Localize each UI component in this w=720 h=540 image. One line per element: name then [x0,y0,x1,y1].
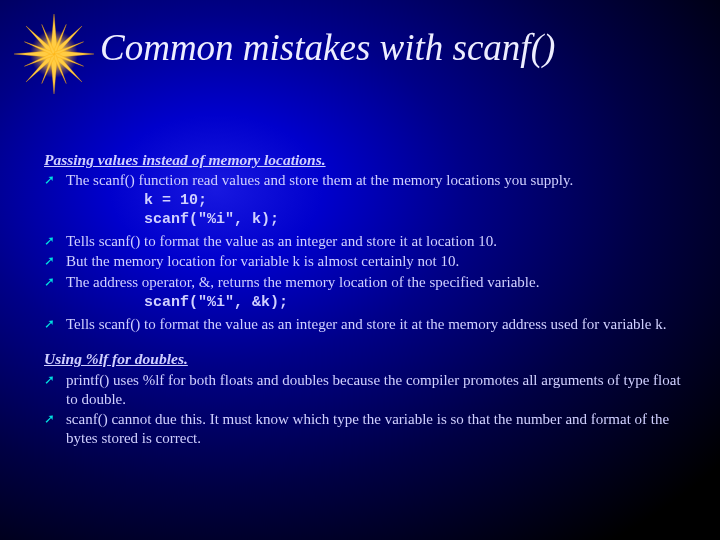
bullet-text: Tells scanf() to format the value as an … [66,232,690,251]
arrow-icon: ➚ [44,410,66,428]
code-block-2: scanf("%i", &k); [144,294,690,313]
arrow-icon: ➚ [44,232,66,250]
arrow-icon: ➚ [44,171,66,189]
section-heading-2: Using %lf for doubles. [44,349,690,368]
arrow-icon: ➚ [44,315,66,333]
bullet-item: ➚ The address operator, &, returns the m… [44,273,690,292]
bullet-item: ➚ Tells scanf() to format the value as a… [44,232,690,251]
bullet-item: ➚ Tells scanf() to format the value as a… [44,315,690,334]
arrow-icon: ➚ [44,273,66,291]
arrow-icon: ➚ [44,252,66,270]
bullet-text: The address operator, &, returns the mem… [66,273,690,292]
bullet-text: scanf() cannot due this. It must know wh… [66,410,690,448]
arrow-icon: ➚ [44,371,66,389]
bullet-item: ➚ printf() uses %lf for both floats and … [44,371,690,409]
section-heading-1: Passing values instead of memory locatio… [44,150,690,169]
slide-title: Common mistakes with scanf() [100,26,555,69]
bullet-text: But the memory location for variable k i… [66,252,690,271]
code-block-1: k = 10; scanf("%i", k); [144,192,690,230]
bullet-item: ➚ But the memory location for variable k… [44,252,690,271]
slide-body: Passing values instead of memory locatio… [44,150,690,450]
bullet-item: ➚ The scanf() function read values and s… [44,171,690,190]
bullet-text: The scanf() function read values and sto… [66,171,690,190]
bullet-item: ➚ scanf() cannot due this. It must know … [44,410,690,448]
bullet-text: printf() uses %lf for both floats and do… [66,371,690,409]
starburst-decoration [14,14,94,94]
bullet-text: Tells scanf() to format the value as an … [66,315,690,334]
